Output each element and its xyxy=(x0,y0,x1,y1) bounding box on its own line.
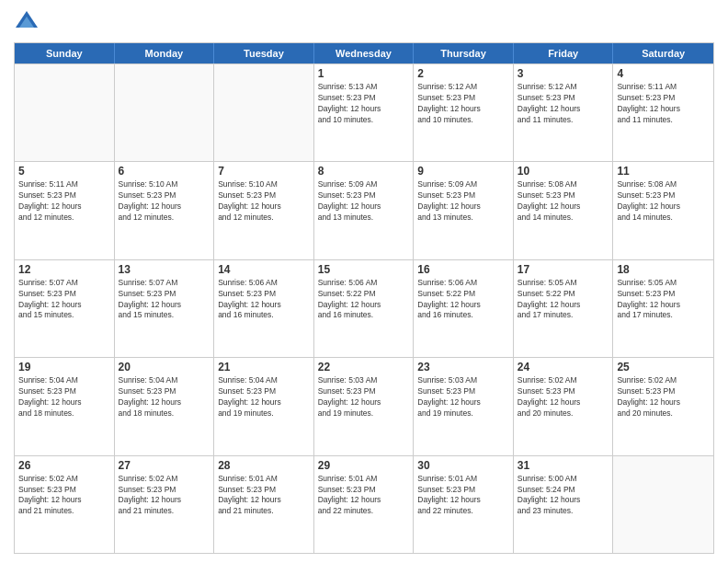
day-number: 21 xyxy=(218,361,310,373)
day-info: Sunrise: 5:04 AMSunset: 5:23 PMDaylight:… xyxy=(218,375,310,419)
cal-cell: 22Sunrise: 5:03 AMSunset: 5:23 PMDayligh… xyxy=(314,358,415,454)
cal-cell: 30Sunrise: 5:01 AMSunset: 5:23 PMDayligh… xyxy=(414,456,514,553)
day-number: 12 xyxy=(18,263,110,276)
cal-cell: 3Sunrise: 5:12 AMSunset: 5:23 PMDaylight… xyxy=(514,64,614,161)
cal-cell: 21Sunrise: 5:04 AMSunset: 5:23 PMDayligh… xyxy=(214,358,314,454)
cal-cell: 25Sunrise: 5:02 AMSunset: 5:23 PMDayligh… xyxy=(613,358,713,454)
day-info: Sunrise: 5:02 AMSunset: 5:23 PMDaylight:… xyxy=(617,375,710,419)
cal-cell: 9Sunrise: 5:09 AMSunset: 5:23 PMDaylight… xyxy=(414,162,514,259)
day-info: Sunrise: 5:08 AMSunset: 5:23 PMDaylight:… xyxy=(617,179,710,224)
day-info: Sunrise: 5:10 AMSunset: 5:23 PMDaylight:… xyxy=(218,179,310,224)
header-day-sunday: Sunday xyxy=(15,43,115,63)
header-day-saturday: Saturday xyxy=(613,43,713,63)
day-info: Sunrise: 5:11 AMSunset: 5:23 PMDaylight:… xyxy=(18,179,110,224)
day-number: 5 xyxy=(18,165,110,178)
cal-cell: 13Sunrise: 5:07 AMSunset: 5:23 PMDayligh… xyxy=(115,260,215,357)
cal-cell: 18Sunrise: 5:05 AMSunset: 5:23 PMDayligh… xyxy=(613,260,713,357)
day-info: Sunrise: 5:13 AMSunset: 5:23 PMDaylight:… xyxy=(318,82,410,126)
day-number: 24 xyxy=(518,361,609,373)
day-info: Sunrise: 5:03 AMSunset: 5:23 PMDaylight:… xyxy=(318,375,410,419)
day-number: 6 xyxy=(119,165,210,178)
cal-cell: 19Sunrise: 5:04 AMSunset: 5:23 PMDayligh… xyxy=(15,358,115,454)
day-info: Sunrise: 5:07 AMSunset: 5:23 PMDaylight:… xyxy=(119,278,210,322)
day-number: 28 xyxy=(218,459,310,472)
day-info: Sunrise: 5:01 AMSunset: 5:23 PMDaylight:… xyxy=(218,474,310,518)
day-info: Sunrise: 5:02 AMSunset: 5:23 PMDaylight:… xyxy=(119,474,210,518)
day-number: 20 xyxy=(119,361,210,373)
cal-cell: 29Sunrise: 5:01 AMSunset: 5:23 PMDayligh… xyxy=(314,456,415,553)
cal-cell: 5Sunrise: 5:11 AMSunset: 5:23 PMDaylight… xyxy=(15,162,115,259)
day-number: 14 xyxy=(218,263,310,276)
day-info: Sunrise: 5:03 AMSunset: 5:23 PMDaylight:… xyxy=(417,375,509,419)
day-number: 10 xyxy=(518,165,609,178)
day-info: Sunrise: 5:08 AMSunset: 5:23 PMDaylight:… xyxy=(518,179,609,224)
day-number: 8 xyxy=(318,165,410,178)
logo-icon xyxy=(14,9,40,35)
day-info: Sunrise: 5:04 AMSunset: 5:23 PMDaylight:… xyxy=(18,375,110,419)
cal-cell: 31Sunrise: 5:00 AMSunset: 5:24 PMDayligh… xyxy=(514,456,614,553)
cal-cell: 20Sunrise: 5:04 AMSunset: 5:23 PMDayligh… xyxy=(115,358,215,454)
cal-cell: 6Sunrise: 5:10 AMSunset: 5:23 PMDaylight… xyxy=(115,162,215,259)
cal-cell: 17Sunrise: 5:05 AMSunset: 5:22 PMDayligh… xyxy=(514,260,614,357)
week-row-5: 26Sunrise: 5:02 AMSunset: 5:23 PMDayligh… xyxy=(15,455,713,553)
week-row-4: 19Sunrise: 5:04 AMSunset: 5:23 PMDayligh… xyxy=(15,357,713,454)
cal-cell: 27Sunrise: 5:02 AMSunset: 5:23 PMDayligh… xyxy=(115,456,215,553)
calendar-body: 1Sunrise: 5:13 AMSunset: 5:23 PMDaylight… xyxy=(15,63,713,553)
day-info: Sunrise: 5:06 AMSunset: 5:22 PMDaylight:… xyxy=(318,278,410,322)
day-info: Sunrise: 5:06 AMSunset: 5:23 PMDaylight:… xyxy=(218,278,310,322)
day-info: Sunrise: 5:04 AMSunset: 5:23 PMDaylight:… xyxy=(119,375,210,419)
cal-cell: 28Sunrise: 5:01 AMSunset: 5:23 PMDayligh… xyxy=(214,456,314,553)
header-day-friday: Friday xyxy=(514,43,614,63)
cal-cell: 10Sunrise: 5:08 AMSunset: 5:23 PMDayligh… xyxy=(514,162,614,259)
cal-cell xyxy=(613,456,713,553)
header-day-wednesday: Wednesday xyxy=(314,43,415,63)
week-row-2: 5Sunrise: 5:11 AMSunset: 5:23 PMDaylight… xyxy=(15,161,713,259)
day-number: 7 xyxy=(218,165,310,178)
header-day-monday: Monday xyxy=(115,43,215,63)
cal-cell: 14Sunrise: 5:06 AMSunset: 5:23 PMDayligh… xyxy=(214,260,314,357)
day-info: Sunrise: 5:06 AMSunset: 5:22 PMDaylight:… xyxy=(417,278,509,322)
day-number: 31 xyxy=(518,459,609,472)
day-info: Sunrise: 5:00 AMSunset: 5:24 PMDaylight:… xyxy=(518,474,609,518)
day-number: 16 xyxy=(417,263,509,276)
day-info: Sunrise: 5:12 AMSunset: 5:23 PMDaylight:… xyxy=(518,82,609,126)
day-info: Sunrise: 5:01 AMSunset: 5:23 PMDaylight:… xyxy=(318,474,410,518)
day-number: 29 xyxy=(318,459,410,472)
day-info: Sunrise: 5:09 AMSunset: 5:23 PMDaylight:… xyxy=(318,179,410,224)
cal-cell: 2Sunrise: 5:12 AMSunset: 5:23 PMDaylight… xyxy=(414,64,514,161)
cal-cell xyxy=(115,64,215,161)
cal-cell: 7Sunrise: 5:10 AMSunset: 5:23 PMDaylight… xyxy=(214,162,314,259)
day-info: Sunrise: 5:02 AMSunset: 5:23 PMDaylight:… xyxy=(18,474,110,518)
calendar-header: SundayMondayTuesdayWednesdayThursdayFrid… xyxy=(15,43,713,63)
page: SundayMondayTuesdayWednesdayThursdayFrid… xyxy=(0,0,728,563)
cal-cell: 16Sunrise: 5:06 AMSunset: 5:22 PMDayligh… xyxy=(414,260,514,357)
day-number: 18 xyxy=(617,263,710,276)
day-number: 17 xyxy=(518,263,609,276)
day-number: 23 xyxy=(417,361,509,373)
day-info: Sunrise: 5:07 AMSunset: 5:23 PMDaylight:… xyxy=(18,278,110,322)
cal-cell: 4Sunrise: 5:11 AMSunset: 5:23 PMDaylight… xyxy=(613,64,713,161)
cal-cell: 26Sunrise: 5:02 AMSunset: 5:23 PMDayligh… xyxy=(15,456,115,553)
day-number: 9 xyxy=(417,165,509,178)
day-number: 27 xyxy=(119,459,210,472)
day-number: 1 xyxy=(318,67,410,80)
logo xyxy=(14,9,43,35)
day-number: 22 xyxy=(318,361,410,373)
day-number: 15 xyxy=(318,263,410,276)
day-info: Sunrise: 5:10 AMSunset: 5:23 PMDaylight:… xyxy=(119,179,210,224)
cal-cell xyxy=(214,64,314,161)
day-number: 19 xyxy=(18,361,110,373)
cal-cell: 12Sunrise: 5:07 AMSunset: 5:23 PMDayligh… xyxy=(15,260,115,357)
day-number: 30 xyxy=(417,459,509,472)
cal-cell: 23Sunrise: 5:03 AMSunset: 5:23 PMDayligh… xyxy=(414,358,514,454)
header xyxy=(14,9,714,35)
day-number: 3 xyxy=(518,67,609,80)
week-row-1: 1Sunrise: 5:13 AMSunset: 5:23 PMDaylight… xyxy=(15,63,713,161)
day-info: Sunrise: 5:05 AMSunset: 5:23 PMDaylight:… xyxy=(617,278,710,322)
calendar: SundayMondayTuesdayWednesdayThursdayFrid… xyxy=(14,42,714,554)
day-number: 26 xyxy=(18,459,110,472)
day-info: Sunrise: 5:11 AMSunset: 5:23 PMDaylight:… xyxy=(617,82,710,126)
day-info: Sunrise: 5:05 AMSunset: 5:22 PMDaylight:… xyxy=(518,278,609,322)
cal-cell: 11Sunrise: 5:08 AMSunset: 5:23 PMDayligh… xyxy=(613,162,713,259)
day-info: Sunrise: 5:12 AMSunset: 5:23 PMDaylight:… xyxy=(417,82,509,126)
